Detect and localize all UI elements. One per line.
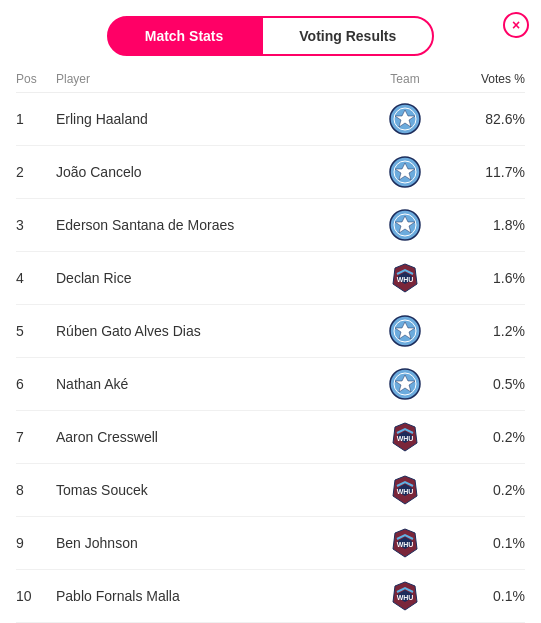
svg-text:WHU: WHU	[397, 488, 414, 495]
row-pos: 3	[16, 217, 56, 233]
header-pos: Pos	[16, 72, 56, 86]
row-votes: 0.2%	[445, 482, 525, 498]
row-votes: 1.8%	[445, 217, 525, 233]
row-player: Ederson Santana de Moraes	[56, 217, 365, 233]
table-body: 1 Erling Haaland 82.6% 2 João Cancelo 11…	[16, 93, 525, 623]
close-icon: ×	[512, 18, 520, 32]
row-player: Tomas Soucek	[56, 482, 365, 498]
row-votes: 0.2%	[445, 429, 525, 445]
row-votes: 1.2%	[445, 323, 525, 339]
table-row: 1 Erling Haaland 82.6%	[16, 93, 525, 146]
row-pos: 6	[16, 376, 56, 392]
tab-match-stats[interactable]: Match Stats	[107, 16, 262, 56]
row-pos: 10	[16, 588, 56, 604]
row-pos: 2	[16, 164, 56, 180]
svg-text:WHU: WHU	[397, 435, 414, 442]
table-row: 6 Nathan Aké 0.5%	[16, 358, 525, 411]
row-votes: 0.5%	[445, 376, 525, 392]
row-pos: 8	[16, 482, 56, 498]
tab-voting-results[interactable]: Voting Results	[261, 16, 434, 56]
row-team: WHU	[365, 580, 445, 612]
table-row: 10 Pablo Fornals Malla WHU 0.1%	[16, 570, 525, 623]
table-container: Pos Player Team Votes % 1 Erling Haaland…	[0, 66, 541, 623]
row-team: WHU	[365, 262, 445, 294]
row-player: João Cancelo	[56, 164, 365, 180]
svg-text:WHU: WHU	[397, 594, 414, 601]
table-row: 2 João Cancelo 11.7%	[16, 146, 525, 199]
header-team: Team	[365, 72, 445, 86]
header-votes: Votes %	[445, 72, 525, 86]
row-player: Rúben Gato Alves Dias	[56, 323, 365, 339]
table-row: 4 Declan Rice WHU 1.6%	[16, 252, 525, 305]
row-votes: 1.6%	[445, 270, 525, 286]
row-team	[365, 209, 445, 241]
table-header: Pos Player Team Votes %	[16, 66, 525, 93]
row-team	[365, 315, 445, 347]
row-pos: 9	[16, 535, 56, 551]
row-votes: 0.1%	[445, 535, 525, 551]
row-pos: 4	[16, 270, 56, 286]
table-row: 8 Tomas Soucek WHU 0.2%	[16, 464, 525, 517]
row-team: WHU	[365, 421, 445, 453]
row-votes: 82.6%	[445, 111, 525, 127]
row-player: Ben Johnson	[56, 535, 365, 551]
row-votes: 11.7%	[445, 164, 525, 180]
svg-text:WHU: WHU	[397, 541, 414, 548]
row-player: Erling Haaland	[56, 111, 365, 127]
row-team	[365, 103, 445, 135]
row-player: Aaron Cresswell	[56, 429, 365, 445]
tabs-container: Match Stats Voting Results	[0, 16, 541, 56]
row-team: WHU	[365, 474, 445, 506]
header-player: Player	[56, 72, 365, 86]
table-row: 7 Aaron Cresswell WHU 0.2%	[16, 411, 525, 464]
row-team: WHU	[365, 527, 445, 559]
close-button[interactable]: ×	[503, 12, 529, 38]
row-player: Pablo Fornals Malla	[56, 588, 365, 604]
row-team	[365, 368, 445, 400]
row-team	[365, 156, 445, 188]
row-pos: 7	[16, 429, 56, 445]
table-row: 9 Ben Johnson WHU 0.1%	[16, 517, 525, 570]
row-player: Nathan Aké	[56, 376, 365, 392]
row-pos: 1	[16, 111, 56, 127]
svg-text:WHU: WHU	[397, 276, 414, 283]
table-row: 3 Ederson Santana de Moraes 1.8%	[16, 199, 525, 252]
table-row: 5 Rúben Gato Alves Dias 1.2%	[16, 305, 525, 358]
row-player: Declan Rice	[56, 270, 365, 286]
row-pos: 5	[16, 323, 56, 339]
row-votes: 0.1%	[445, 588, 525, 604]
